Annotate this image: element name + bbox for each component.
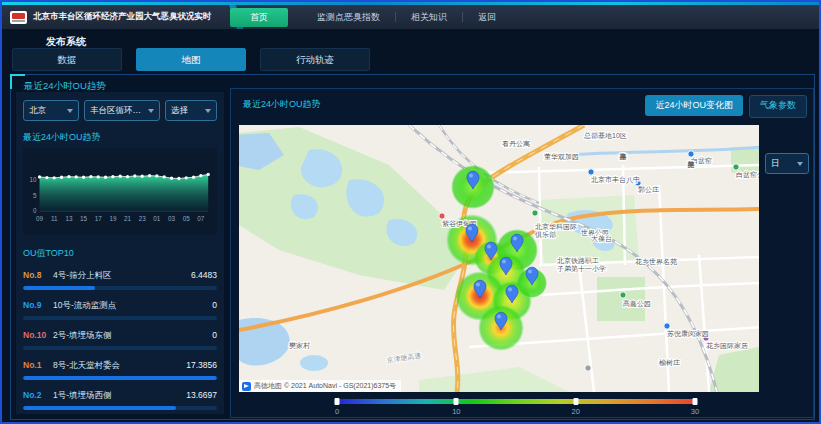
tab-data[interactable]: 数据 — [12, 48, 122, 71]
trend-point — [141, 175, 144, 178]
nav-item-knowledge[interactable]: 相关知识 — [396, 11, 462, 24]
chevron-down-icon — [67, 109, 73, 113]
trend-point — [38, 175, 41, 178]
map-label: 大葆台 — [591, 235, 612, 243]
ou-top-row: No.9 10号-流动监测点 0 — [23, 300, 217, 320]
park-select[interactable]: 丰台区循环经济产... — [84, 100, 160, 121]
map-label: 樊家村 — [289, 342, 310, 350]
map[interactable]: 总部基地10区看丹公寓董华双加园北京市丰台八中白盆窑郭公庄白盆窑公园世界公园紫谷… — [239, 125, 759, 392]
ou-bar-track — [23, 376, 217, 380]
app-header: 北京市丰台区循环经济产业园大气恶臭状况实时 首页 监测点恶臭指数 相关知识 返回 — [2, 5, 819, 29]
map-label: 北京市丰台八中 — [591, 175, 640, 184]
trend-xtick: 23 — [139, 215, 147, 222]
trend-point — [207, 173, 210, 176]
ou-color-scale — [337, 399, 695, 404]
ou-top-list: No.8 4号-筛分上料区 6.4483 No.9 10号-流动监测点 0 No… — [23, 270, 217, 410]
trend-ytick: 5 — [33, 192, 37, 199]
trend-xtick: 21 — [124, 215, 132, 222]
city-select[interactable]: 北京 — [23, 100, 79, 121]
map-label: 花乡国际家居 — [706, 342, 748, 350]
legend-tick-label: 10 — [452, 407, 460, 416]
ou-bar-fill — [23, 376, 217, 380]
view-tabs: 数据 地图 行动轨迹 — [12, 48, 370, 71]
ou-point-name: 4号-筛分上料区 — [53, 270, 185, 282]
period-select[interactable]: 日 — [765, 153, 809, 174]
ou-point-name: 1号-填埋场西侧 — [53, 390, 180, 402]
ou-point-name: 2号-填埋场东侧 — [53, 330, 206, 342]
park-select-value: 丰台区循环经济产... — [90, 105, 145, 117]
ou-trend-chart-svg: 0510091113151719212301030507 — [25, 152, 215, 230]
map-label: 看丹公寓 — [502, 140, 530, 147]
ou-change-map-button[interactable]: 近24小时OU变化图 — [645, 95, 743, 116]
ou-color-legend: 0102030 — [337, 399, 695, 417]
trend-point — [97, 175, 100, 178]
nav-item-back[interactable]: 返回 — [463, 11, 511, 24]
ou-rank: No.8 — [23, 270, 53, 280]
map-canvas: 总部基地10区看丹公寓董华双加园北京市丰台八中白盆窑郭公庄白盆窑公园世界公园紫谷… — [239, 125, 759, 392]
map-attribution-text: 高德地图 © 2021 AutoNavi - GS(2021)6375号 — [254, 381, 396, 391]
map-label: 苏倪康闵家园 — [667, 329, 709, 338]
trend-xtick: 03 — [168, 215, 176, 222]
map-poi-icon — [532, 210, 538, 216]
legend-marker — [335, 398, 340, 405]
ou-bar-fill — [23, 286, 95, 290]
map-label: 北京铁路职工子弟第十一小学 — [557, 257, 606, 273]
ou-point-name: 10号-流动监测点 — [53, 300, 206, 312]
ou-bar-track — [23, 316, 217, 320]
trend-point — [148, 174, 151, 177]
trend-point — [75, 175, 78, 178]
trend-xtick: 11 — [51, 215, 58, 222]
legend-marker — [693, 398, 698, 405]
trend-xtick: 05 — [183, 215, 191, 222]
ou-bar-fill — [23, 406, 176, 410]
app-title: 北京市丰台区循环经济产业园大气恶臭状况实时 — [33, 11, 212, 23]
trend-xtick: 17 — [95, 215, 103, 222]
nav-item-odor-index[interactable]: 监测点恶臭指数 — [302, 11, 395, 24]
weather-params-button[interactable]: 气象参数 — [749, 95, 807, 118]
city-select-value: 北京 — [29, 105, 46, 117]
trend-point — [67, 175, 70, 178]
legend-tick-label: 0 — [335, 407, 339, 416]
legend-marker — [573, 398, 578, 405]
trend-point — [199, 174, 202, 177]
nav-item-home[interactable]: 首页 — [230, 8, 288, 27]
trend-point — [111, 175, 114, 178]
publish-system-label: 发布系统 — [46, 35, 86, 49]
point-select[interactable]: 选择 — [165, 100, 217, 121]
trend-point — [82, 176, 85, 179]
ou-rank: No.9 — [23, 300, 53, 310]
legend-tick-label: 20 — [571, 407, 579, 416]
map-label: 总部基地10区 — [583, 132, 627, 140]
ou-trend-chart: 0510091113151719212301030507 — [23, 148, 217, 235]
tab-trajectory[interactable]: 行动轨迹 — [260, 48, 370, 71]
trend-xtick: 15 — [80, 215, 88, 222]
trend-ytick: 0 — [33, 207, 37, 214]
tab-map[interactable]: 地图 — [136, 48, 246, 71]
ou-color-scale-ticks: 0102030 — [337, 407, 695, 417]
map-poi-icon — [733, 164, 739, 170]
ou-top-row: No.8 4号-筛分上料区 6.4483 — [23, 270, 217, 290]
trend-point — [53, 176, 56, 179]
ou-value: 13.6697 — [186, 390, 217, 400]
period-select-value: 日 — [771, 158, 780, 170]
app-logo-base-mark — [12, 20, 25, 22]
ou-value: 17.3856 — [186, 360, 217, 370]
trend-point — [119, 175, 122, 178]
ou-top-row: No.10 2号-填埋场东侧 0 — [23, 330, 217, 350]
map-poi-icon — [620, 292, 626, 298]
map-label: 高鑫公园 — [623, 300, 651, 308]
ou-rank: No.2 — [23, 390, 53, 400]
map-label: 白盆窑 — [691, 157, 712, 165]
main-nav: 首页 监测点恶臭指数 相关知识 返回 — [230, 5, 511, 29]
trend-point — [126, 175, 129, 178]
trend-point — [133, 174, 136, 177]
trend-ytick: 10 — [30, 176, 38, 183]
ou-rank: No.1 — [23, 360, 53, 370]
app-logo-icon — [10, 11, 27, 24]
trend-point — [163, 175, 166, 178]
trend-xtick: 19 — [109, 215, 117, 222]
filter-row: 北京 丰台区循环经济产... 选择 — [23, 100, 217, 121]
trend-point — [155, 174, 158, 177]
trend-point — [170, 177, 173, 180]
trend-point — [89, 175, 92, 178]
